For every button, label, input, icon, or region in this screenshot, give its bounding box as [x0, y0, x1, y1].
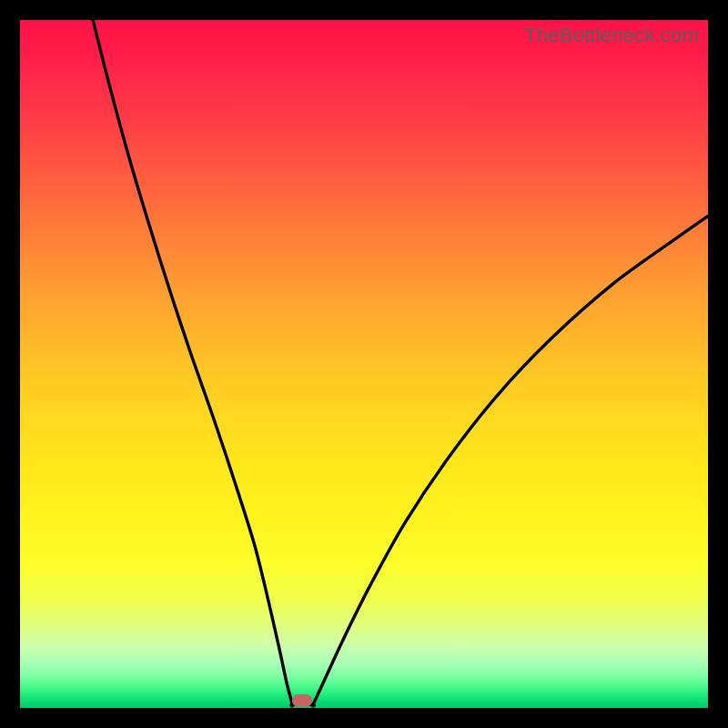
bottleneck-curve [20, 20, 708, 708]
plot-area: TheBottleneck.com [20, 20, 708, 708]
optimum-marker [292, 694, 312, 707]
curve-path [93, 20, 708, 706]
